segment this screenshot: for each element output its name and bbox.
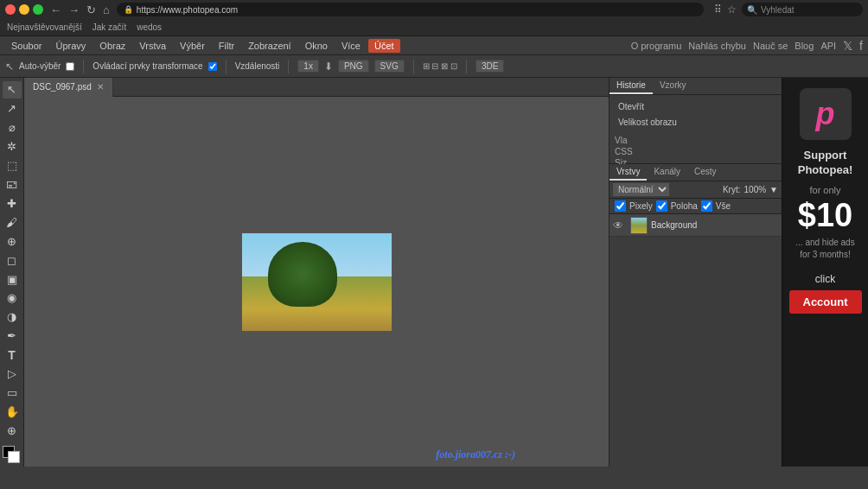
- layers-panel: Vrstvy Kanály Cesty Normální Kryt: 100% …: [610, 164, 782, 467]
- history-item-1[interactable]: Velikost obrazu: [615, 114, 776, 130]
- color-swatch[interactable]: [3, 446, 22, 463]
- opacity-arrow: ▼: [769, 185, 778, 194]
- main-area: ↖ ↗ ⌀ ✲ ⬚ 🖃 ✚ 🖌 ⊕ ◻ ▣ ◉ ◑ ✒ T ▷ ▭ ✋ ⊕: [0, 78, 868, 467]
- shape-tool[interactable]: ▭: [3, 384, 22, 402]
- pixely-label: Pixely: [629, 201, 653, 211]
- menu-vrstva[interactable]: Vrstva: [133, 39, 172, 53]
- tool-select-icon: ↖: [5, 60, 14, 73]
- browser-titlebar: ← → ↻ ⌂ 🔒 https://www.photopea.com ⠿ ☆ 🔍…: [0, 0, 868, 19]
- px-button[interactable]: 1x: [297, 60, 319, 73]
- vse-checkbox[interactable]: [701, 200, 712, 212]
- menu-right: O programu Nahlás chybu Nauč se Blog API…: [631, 39, 863, 53]
- maximize-button[interactable]: [33, 4, 43, 15]
- bookmark-item-2[interactable]: wedos: [137, 22, 162, 32]
- export-icon: ⬇: [324, 60, 333, 73]
- menu-obraz[interactable]: Obraz: [93, 39, 131, 53]
- pixely-checkbox[interactable]: [615, 200, 626, 212]
- brush-tool[interactable]: 🖌: [3, 213, 22, 231]
- menu-ucet[interactable]: Účet: [368, 39, 400, 53]
- menu-soubor[interactable]: Soubor: [5, 39, 48, 53]
- ad-price-desc: ... and hide adsfor 3 months!: [795, 237, 854, 261]
- bookmark-star-icon[interactable]: ☆: [727, 3, 737, 16]
- menu-okno[interactable]: Okno: [299, 39, 334, 53]
- minimize-button[interactable]: [19, 4, 29, 15]
- lock-icon: 🔒: [124, 5, 133, 14]
- menu-nauc[interactable]: Nauč se: [753, 41, 788, 51]
- menu-nahlas[interactable]: Nahlás chybu: [688, 41, 746, 51]
- back-button[interactable]: ←: [48, 2, 63, 18]
- reload-button[interactable]: ↻: [85, 2, 98, 18]
- magic-wand-tool[interactable]: ✲: [3, 138, 22, 156]
- twitter-icon[interactable]: 𝕏: [843, 39, 852, 53]
- controls-checkbox-wrap[interactable]: [208, 62, 217, 71]
- menu-o-programu[interactable]: O programu: [631, 41, 682, 51]
- zoom-tool[interactable]: ⊕: [3, 422, 22, 439]
- lasso-tool[interactable]: ⌀: [3, 119, 22, 137]
- ad-click-label: click: [815, 273, 835, 285]
- search-box[interactable]: 🔍 Vyhledat: [742, 3, 863, 16]
- history-item-1-label: Velikost obrazu: [618, 117, 677, 127]
- home-button[interactable]: ⌂: [101, 2, 112, 18]
- menu-filtr[interactable]: Filtr: [213, 39, 240, 53]
- selection-tool[interactable]: ↖: [3, 81, 22, 98]
- blur-tool[interactable]: ◉: [3, 289, 22, 307]
- eyedropper-tool[interactable]: 🖃: [3, 176, 22, 194]
- eraser-tool[interactable]: ◻: [3, 251, 22, 269]
- info-vla: Vla: [610, 135, 782, 146]
- history-item-0[interactable]: Otevřít: [615, 98, 776, 114]
- layer-visibility-icon[interactable]: 👁: [613, 219, 627, 232]
- gradient-tool[interactable]: ▣: [3, 270, 22, 288]
- canvas-tab-0[interactable]: DSC_0967.psd ✕: [24, 78, 113, 97]
- hand-tool[interactable]: ✋: [3, 403, 22, 420]
- svg-button[interactable]: SVG: [374, 60, 405, 73]
- tab-vzorky[interactable]: Vzorky: [653, 78, 693, 94]
- clone-tool[interactable]: ⊕: [3, 232, 22, 250]
- account-button[interactable]: Account: [789, 290, 862, 314]
- layer-background[interactable]: 👁 Background: [610, 214, 782, 237]
- search-placeholder: Vyhledat: [761, 5, 795, 15]
- auto-select-checkbox[interactable]: [66, 62, 74, 71]
- controls-label: Ovládací prvky transformace: [93, 61, 202, 71]
- ad-logo: p: [800, 88, 852, 140]
- bookmark-item-0[interactable]: Nejnavštěvovanější: [7, 22, 82, 32]
- browser-nav: ← → ↻ ⌂: [48, 2, 112, 18]
- close-button[interactable]: [5, 4, 16, 15]
- background-color[interactable]: [8, 451, 20, 463]
- menu-zobrazeni[interactable]: Zobrazení: [242, 39, 297, 53]
- tab-kanaly[interactable]: Kanály: [647, 164, 687, 181]
- facebook-icon[interactable]: f: [859, 39, 863, 53]
- ad-support-text: Support Photopea!: [789, 149, 861, 178]
- path-select-tool[interactable]: ▷: [3, 365, 22, 383]
- search-icon: 🔍: [747, 5, 757, 15]
- tab-cesty[interactable]: Cesty: [687, 164, 724, 181]
- 3de-button[interactable]: 3DE: [475, 60, 504, 73]
- controls-checkbox[interactable]: [208, 62, 217, 71]
- blend-mode-select[interactable]: Normální: [613, 183, 669, 196]
- canvas-area: DSC_0967.psd ✕ foto.jiora007.cz :-): [24, 78, 609, 467]
- direct-select-tool[interactable]: ↗: [3, 100, 22, 117]
- extensions-icon: ⠿: [714, 3, 722, 16]
- address-bar[interactable]: 🔒 https://www.photopea.com: [117, 3, 704, 16]
- png-button[interactable]: PNG: [338, 60, 369, 73]
- menu-vyber[interactable]: Výběr: [174, 39, 211, 53]
- forward-button[interactable]: →: [67, 2, 81, 18]
- menubar: Soubor Úpravy Obraz Vrstva Výběr Filtr Z…: [0, 36, 868, 55]
- tab-vrstvy[interactable]: Vrstvy: [610, 164, 647, 181]
- dodge-tool[interactable]: ◑: [3, 308, 22, 326]
- pen-tool[interactable]: ✒: [3, 327, 22, 345]
- tab-historie[interactable]: Historie: [610, 78, 653, 94]
- type-tool[interactable]: T: [3, 346, 22, 364]
- auto-select-checkbox-wrap[interactable]: [66, 62, 74, 71]
- tab-close-icon[interactable]: ✕: [97, 82, 104, 92]
- crop-tool[interactable]: ⬚: [3, 157, 22, 175]
- opacity-value[interactable]: 100%: [744, 185, 767, 194]
- heal-tool[interactable]: ✚: [3, 194, 22, 212]
- sep4: [413, 60, 414, 73]
- menu-api[interactable]: API: [820, 41, 836, 51]
- menu-blog[interactable]: Blog: [795, 41, 814, 51]
- bookmark-item-1[interactable]: Jak začít: [93, 22, 126, 32]
- address-text: https://www.photopea.com: [137, 5, 238, 15]
- poloha-checkbox[interactable]: [656, 200, 667, 212]
- menu-upravy[interactable]: Úpravy: [49, 39, 92, 53]
- menu-vice[interactable]: Více: [335, 39, 367, 53]
